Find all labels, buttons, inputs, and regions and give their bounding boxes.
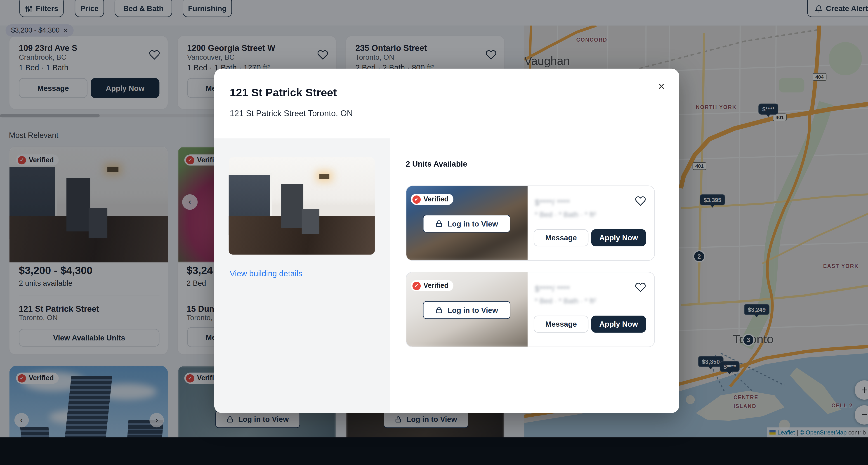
units-available-heading: 2 Units Available (406, 159, 467, 168)
unit-price-blurred: $****/ **** (535, 284, 570, 293)
view-building-details-link[interactable]: View building details (230, 269, 302, 278)
verified-badge: ✓ Verified (411, 194, 454, 205)
apply-now-button[interactable]: Apply Now (591, 229, 646, 246)
log-in-to-view-button[interactable]: Log in to View (423, 301, 510, 319)
log-in-to-view-button[interactable]: Log in to View (423, 215, 510, 232)
unit-specs-blurred: * Bed · * Bath · * ft² (535, 297, 596, 305)
lock-icon (435, 220, 443, 227)
apply-now-button[interactable]: Apply Now (591, 316, 646, 333)
modal-left-panel: View building details (214, 138, 390, 413)
verified-check-icon: ✓ (412, 195, 421, 204)
building-details-modal: 121 St Patrick Street × 121 St Patrick S… (214, 69, 679, 413)
close-icon[interactable]: × (658, 80, 665, 93)
favorite-heart-icon[interactable] (635, 282, 646, 293)
app-root: Vaughan Toronto CONCORD NORTH YORK EAST … (0, 0, 868, 465)
unit-price-blurred: $****/ **** (535, 197, 570, 207)
message-button[interactable]: Message (534, 316, 588, 333)
lock-icon (435, 306, 443, 314)
verified-badge: ✓ Verified (411, 280, 454, 291)
unit-card: ✓ Verified Log in to View $****/ **** * … (406, 272, 655, 347)
favorite-heart-icon[interactable] (635, 195, 646, 207)
unit-specs-blurred: * Bed · * Bath · * ft² (535, 211, 596, 219)
modal-title: 121 St Patrick Street (230, 86, 337, 99)
modal-subtitle: 121 St Patrick Street Toronto, ON (230, 108, 352, 118)
building-photo-preview[interactable] (228, 157, 375, 255)
message-button[interactable]: Message (534, 229, 588, 246)
verified-check-icon: ✓ (412, 281, 421, 290)
apartment-interior-photo (228, 157, 375, 255)
unit-card: ✓ Verified Log in to View $****/ **** * … (406, 185, 655, 261)
